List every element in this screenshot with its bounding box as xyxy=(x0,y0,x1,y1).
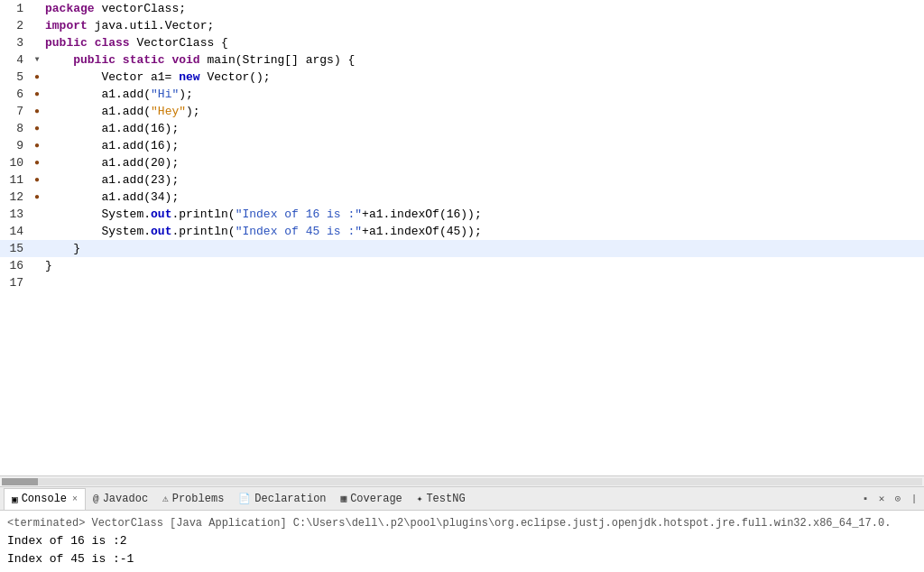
line-code-16: } xyxy=(45,257,52,274)
code-line-11: 11● a1.add(23); xyxy=(0,171,924,189)
line-code-4: public static void main(String[] args) { xyxy=(45,51,355,69)
gutter-cell-17 xyxy=(29,274,45,291)
gutter-cell-10: ● xyxy=(29,154,45,171)
line-code-3: public class VectorClass { xyxy=(45,34,228,51)
tab-console[interactable]: ▣Console× xyxy=(4,488,86,510)
code-line-4: 4▾ public static void main(String[] args… xyxy=(0,51,924,69)
line-number-9: 9 xyxy=(0,137,29,154)
code-line-5: 5● Vector a1= new Vector(); xyxy=(0,69,924,86)
line-code-13: System.out.println("Index of 16 is :"+a1… xyxy=(45,206,482,223)
testng-tab-icon: ✦ xyxy=(417,493,423,504)
console-output-line-1: Index of 45 is :-1 xyxy=(7,550,917,568)
tab-action-btn-1[interactable]: ✕ xyxy=(875,493,888,505)
gutter-cell-3 xyxy=(29,34,45,51)
tab-action-btn-2[interactable]: ⊙ xyxy=(892,493,904,505)
tab-action-btn-3[interactable]: | xyxy=(908,493,920,505)
tab-bar: ▣Console×@Javadoc⚠Problems📄Declaration▦C… xyxy=(0,487,924,511)
tab-javadoc[interactable]: @Javadoc xyxy=(86,488,155,510)
console-tab-label: Console xyxy=(22,493,67,505)
code-line-15: 15 } xyxy=(0,240,924,257)
scrollbar-track[interactable] xyxy=(2,478,922,485)
tab-coverage[interactable]: ▦Coverage xyxy=(334,488,410,510)
code-line-7: 7● a1.add("Hey"); xyxy=(0,103,924,120)
testng-tab-label: TestNG xyxy=(426,493,465,505)
coverage-tab-label: Coverage xyxy=(350,493,402,505)
line-number-8: 8 xyxy=(0,120,29,137)
line-code-11: a1.add(23); xyxy=(45,171,179,189)
code-line-10: 10● a1.add(20); xyxy=(0,154,924,171)
line-number-17: 17 xyxy=(0,274,29,291)
code-line-8: 8● a1.add(16); xyxy=(0,120,924,137)
gutter-cell-12: ● xyxy=(29,189,45,206)
code-line-17: 17 xyxy=(0,274,924,291)
line-number-14: 14 xyxy=(0,223,29,240)
code-line-13: 13 System.out.println("Index of 16 is :"… xyxy=(0,206,924,223)
code-line-3: 3public class VectorClass { xyxy=(0,34,924,51)
console-terminated-line: <terminated> VectorClass [Java Applicati… xyxy=(7,514,917,532)
javadoc-tab-icon: @ xyxy=(93,494,99,504)
console-tab-icon: ▣ xyxy=(12,494,18,505)
line-number-15: 15 xyxy=(0,240,29,257)
gutter-cell-13 xyxy=(29,206,45,223)
console-output: <terminated> VectorClass [Java Applicati… xyxy=(0,511,924,572)
line-code-2: import java.util.Vector; xyxy=(45,17,214,34)
gutter-cell-8: ● xyxy=(29,120,45,137)
gutter-cell-2 xyxy=(29,17,45,34)
line-number-2: 2 xyxy=(0,17,29,34)
line-code-7: a1.add("Hey"); xyxy=(45,103,200,120)
line-number-3: 3 xyxy=(0,34,29,51)
line-number-11: 11 xyxy=(0,171,29,189)
line-code-1: package vectorClass; xyxy=(45,0,186,17)
code-line-12: 12● a1.add(34); xyxy=(0,189,924,206)
javadoc-tab-label: Javadoc xyxy=(103,493,148,505)
line-code-10: a1.add(20); xyxy=(45,154,179,171)
code-line-2: 2import java.util.Vector; xyxy=(0,17,924,34)
tab-declaration[interactable]: 📄Declaration xyxy=(231,488,333,510)
line-code-9: a1.add(16); xyxy=(45,137,179,154)
bottom-panel: ▣Console×@Javadoc⚠Problems📄Declaration▦C… xyxy=(0,486,924,572)
line-code-14: System.out.println("Index of 45 is :"+a1… xyxy=(45,223,482,240)
gutter-cell-9: ● xyxy=(29,137,45,154)
editor-area: 1package vectorClass;2import java.util.V… xyxy=(0,0,924,486)
gutter-cell-14 xyxy=(29,223,45,240)
code-container: 1package vectorClass;2import java.util.V… xyxy=(0,0,924,475)
gutter-cell-4: ▾ xyxy=(29,51,45,69)
code-line-6: 6● a1.add("Hi"); xyxy=(0,86,924,103)
line-number-4: 4 xyxy=(0,51,29,69)
code-line-9: 9● a1.add(16); xyxy=(0,137,924,154)
problems-tab-label: Problems xyxy=(172,493,225,505)
console-tab-close[interactable]: × xyxy=(72,494,78,504)
line-code-8: a1.add(16); xyxy=(45,120,179,137)
code-line-14: 14 System.out.println("Index of 45 is :"… xyxy=(0,223,924,240)
tab-action-btn-0[interactable]: ▪ xyxy=(859,493,872,505)
code-line-1: 1package vectorClass; xyxy=(0,0,924,17)
problems-tab-icon: ⚠ xyxy=(162,493,169,504)
line-code-6: a1.add("Hi"); xyxy=(45,86,193,103)
line-code-12: a1.add(34); xyxy=(45,189,179,206)
scrollbar-thumb[interactable] xyxy=(2,478,38,485)
gutter-cell-16 xyxy=(29,257,45,274)
line-code-15: } xyxy=(45,240,80,257)
horizontal-scrollbar[interactable] xyxy=(0,475,924,486)
line-number-7: 7 xyxy=(0,103,29,120)
line-number-1: 1 xyxy=(0,0,29,17)
line-number-6: 6 xyxy=(0,86,29,103)
gutter-cell-5: ● xyxy=(29,69,45,86)
tab-problems[interactable]: ⚠Problems xyxy=(155,488,231,510)
line-code-5: Vector a1= new Vector(); xyxy=(45,69,271,86)
gutter-cell-7: ● xyxy=(29,103,45,120)
line-number-5: 5 xyxy=(0,69,29,86)
gutter-cell-6: ● xyxy=(29,86,45,103)
line-number-13: 13 xyxy=(0,206,29,223)
declaration-tab-label: Declaration xyxy=(254,493,326,505)
line-number-10: 10 xyxy=(0,154,29,171)
declaration-tab-icon: 📄 xyxy=(238,493,251,504)
line-number-16: 16 xyxy=(0,257,29,274)
gutter-cell-15 xyxy=(29,240,45,257)
coverage-tab-icon: ▦ xyxy=(341,493,347,504)
console-output-line-0: Index of 16 is :2 xyxy=(7,532,917,550)
gutter-cell-1 xyxy=(29,0,45,17)
line-number-12: 12 xyxy=(0,189,29,206)
code-line-16: 16} xyxy=(0,257,924,274)
tab-testng[interactable]: ✦TestNG xyxy=(410,488,473,510)
